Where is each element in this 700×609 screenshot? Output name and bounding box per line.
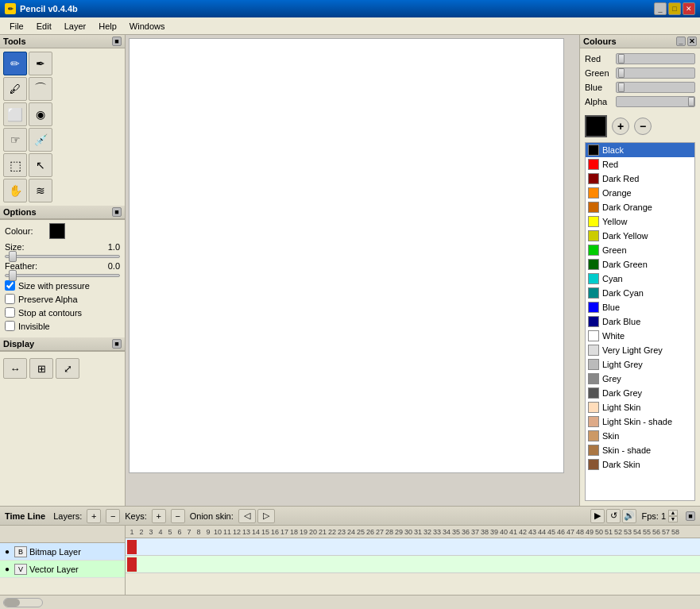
tool-ink[interactable]: 🖋 [3, 77, 27, 101]
colours-close[interactable]: ✕ [687, 37, 697, 46]
menu-edit[interactable]: Edit [30, 20, 58, 33]
layer-vector-name[interactable]: Vector Layer [29, 565, 79, 574]
colour-list-item[interactable]: White [586, 329, 694, 343]
fps-down-button[interactable]: ▼ [668, 516, 678, 522]
colour-list-item[interactable]: Skin [586, 429, 694, 443]
layer-bitmap-name[interactable]: Bitmap Layer [29, 547, 81, 557]
colour-list-item[interactable]: Light Grey [586, 357, 694, 372]
fps-up-button[interactable]: ▲ [668, 510, 678, 516]
tool-hand[interactable]: ☞ [3, 128, 27, 152]
tool-bucket[interactable]: ◉ [29, 102, 52, 126]
colour-list-item[interactable]: Dark Blue [586, 314, 694, 329]
green-slider-thumb[interactable] [618, 68, 625, 78]
tool-pan[interactable]: ✋ [3, 179, 27, 202]
red-slider-thumb[interactable] [618, 54, 625, 64]
tool-smudge[interactable]: ≋ [29, 179, 52, 202]
alpha-slider-thumb[interactable] [688, 97, 694, 106]
colour-list-item[interactable]: Cyan [586, 272, 694, 286]
tool-pointer[interactable]: ↖ [29, 153, 52, 177]
invisible-checkbox[interactable] [5, 321, 15, 331]
feather-slider[interactable] [5, 274, 120, 277]
colour-swatch[interactable] [49, 223, 65, 239]
timeline-scrollbar[interactable] [3, 598, 43, 607]
tools-toggle[interactable]: ■ [112, 37, 122, 46]
colour-list-item[interactable]: Dark Cyan [586, 286, 694, 300]
size-slider-thumb[interactable] [9, 251, 17, 262]
onion-skin-left-button[interactable]: ◁ [238, 509, 256, 523]
minimize-button[interactable]: _ [654, 2, 667, 15]
green-slider[interactable] [616, 67, 695, 79]
frames-area[interactable]: 1234567891011121314151617181920212223242… [126, 526, 700, 595]
colour-list-item[interactable]: Skin - shade [586, 443, 694, 457]
onion-skin-right-button[interactable]: ▷ [257, 509, 275, 523]
feather-slider-thumb[interactable] [9, 270, 17, 281]
bitmap-frame-track[interactable] [126, 538, 700, 556]
add-colour-button[interactable]: + [612, 118, 629, 135]
audio-button[interactable]: 🔊 [622, 509, 636, 523]
blue-slider[interactable] [616, 82, 695, 93]
add-key-button[interactable]: + [152, 509, 166, 523]
maximize-button[interactable]: □ [668, 2, 681, 15]
colour-list-item[interactable]: Black [586, 143, 694, 157]
colour-list-item[interactable]: Grey [586, 372, 694, 386]
colour-list-item[interactable]: Dark Orange [586, 200, 694, 214]
layer-vector-vis[interactable]: ● [2, 565, 12, 574]
play-button[interactable]: ▶ [590, 509, 605, 523]
grid-button[interactable]: ⊞ [29, 358, 53, 379]
tool-eraser[interactable]: ⬜ [3, 102, 27, 126]
timeline-scrollbar-thumb[interactable] [4, 599, 20, 607]
colour-list-item[interactable]: Very Light Grey [586, 343, 694, 357]
drawing-canvas[interactable] [129, 38, 564, 473]
colour-list-item[interactable]: Orange [586, 186, 694, 200]
red-slider[interactable] [616, 53, 695, 64]
menu-file[interactable]: File [3, 20, 30, 33]
timeline-toggle[interactable]: ■ [686, 511, 695, 521]
canvas-area[interactable] [126, 35, 579, 506]
rewind-button[interactable]: ↺ [606, 509, 621, 523]
preserve-alpha-checkbox[interactable] [5, 294, 15, 304]
colour-preview-box[interactable] [585, 115, 607, 137]
tool-pencil[interactable]: ✏ [3, 52, 27, 75]
colour-list-item[interactable]: Dark Red [586, 172, 694, 186]
remove-colour-button[interactable]: − [634, 118, 652, 135]
colours-minimize[interactable]: _ [676, 37, 686, 46]
tool-pen[interactable]: ✒ [29, 52, 52, 75]
colour-list-item[interactable]: Green [586, 243, 694, 257]
colour-list-item[interactable]: Dark Yellow [586, 229, 694, 243]
menu-help[interactable]: Help [92, 20, 123, 33]
colour-list-item[interactable]: Dark Grey [586, 386, 694, 400]
tool-select[interactable]: ⬚ [3, 153, 27, 177]
close-button[interactable]: ✕ [683, 2, 695, 15]
colour-list-item[interactable]: Light Skin [586, 400, 694, 414]
menu-windows[interactable]: Windows [123, 20, 172, 33]
vector-key-frame[interactable] [127, 557, 137, 572]
display-toggle[interactable]: ■ [112, 339, 122, 349]
colour-list-item[interactable]: Dark Green [586, 257, 694, 272]
colour-list-item[interactable]: Red [586, 157, 694, 172]
colour-list-item[interactable]: Blue [586, 300, 694, 314]
expand-button[interactable]: ⤢ [56, 358, 79, 379]
options-toggle[interactable]: ■ [112, 207, 122, 217]
alpha-slider[interactable] [616, 96, 695, 107]
size-row: Size: 1.0 [5, 242, 120, 252]
blue-slider-thumb[interactable] [618, 83, 625, 92]
tool-lasso[interactable]: ⌒ [29, 77, 52, 101]
remove-layer-button[interactable]: − [106, 509, 120, 523]
remove-key-button[interactable]: − [171, 509, 185, 523]
size-pressure-checkbox[interactable] [5, 280, 15, 291]
add-layer-button[interactable]: + [87, 509, 101, 523]
vector-frame-track[interactable] [126, 556, 700, 573]
bitmap-key-frame[interactable] [127, 540, 137, 554]
colour-dot [588, 187, 599, 199]
menu-layer[interactable]: Layer [58, 20, 93, 33]
colour-dot [588, 245, 599, 256]
colour-list-item[interactable]: Yellow [586, 214, 694, 229]
size-slider[interactable] [5, 255, 120, 258]
layer-bitmap-vis[interactable]: ● [2, 547, 12, 557]
preserve-alpha-row: Preserve Alpha [5, 294, 120, 304]
stop-contours-checkbox[interactable] [5, 307, 15, 318]
flip-horizontal-button[interactable]: ↔ [3, 358, 27, 379]
colour-list-item[interactable]: Light Skin - shade [586, 414, 694, 429]
colour-list-item[interactable]: Dark Skin [586, 457, 694, 472]
tool-eyedrop[interactable]: 💉 [29, 128, 52, 152]
